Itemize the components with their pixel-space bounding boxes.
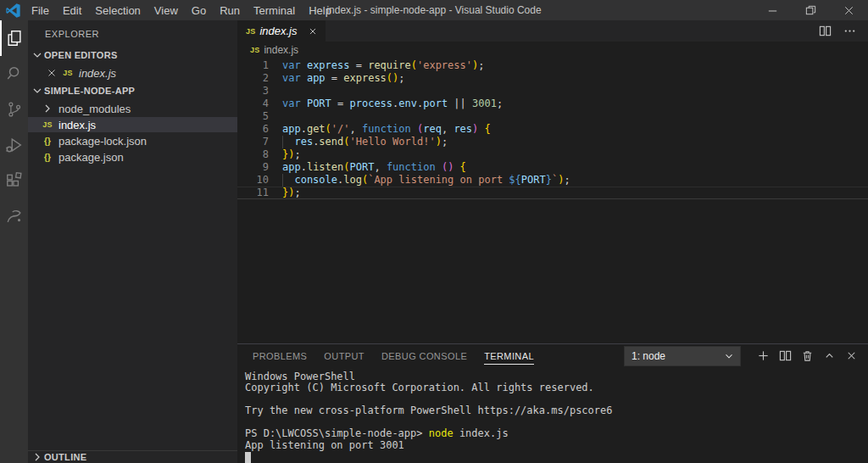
line-number[interactable]: 2 [237,72,269,85]
line-number[interactable]: 3 [237,85,269,98]
line-number[interactable]: 10 [237,174,269,187]
explorer-icon[interactable] [0,20,28,56]
custom-extension-icon[interactable] [0,198,28,234]
line-number[interactable]: 4 [237,98,269,110]
kill-terminal-icon[interactable] [801,349,814,362]
terminal-line: Windows PowerShell [245,371,868,383]
line-content: app.get('/', function (req, res) { [269,123,491,136]
sidebar-title: EXPLORER [28,20,237,46]
menu-item-edit[interactable]: Edit [56,0,88,20]
breadcrumb-item: index.js [264,44,298,56]
menu-item-run[interactable]: Run [213,0,247,20]
terminal-line: PS D:\LWCOSS\simple-node-app> node index… [245,428,868,440]
line-content [269,110,282,123]
line-number[interactable]: 5 [237,110,269,123]
menu-item-go[interactable]: Go [185,0,213,20]
panel-tabs: PROBLEMSOUTPUTDEBUG CONSOLETERMINAL [237,344,542,368]
js-icon: JS [246,27,255,36]
bottom-panel: PROBLEMSOUTPUTDEBUG CONSOLETERMINAL 1: n… [237,343,868,463]
chevron-right-icon [40,102,55,115]
file-row-package.json[interactable]: {}package.json [28,149,237,165]
outline-section-header[interactable]: OUTLINE [28,450,237,463]
js-icon: JS [40,120,55,129]
terminal-output[interactable]: Windows PowerShellCopyright (C) Microsof… [237,368,868,463]
panel-tab-output[interactable]: OUTPUT [315,344,373,368]
close-tab-icon[interactable] [307,25,319,37]
chevron-down-icon [31,48,44,62]
file-row-index.js[interactable]: JSindex.js [28,117,237,132]
line-content: var PORT = process.env.port || 3001; [269,98,503,110]
menubar: FileEditSelectionViewGoRunTerminalHelp [25,0,338,20]
editor-actions [819,20,868,42]
terminal-cursor [245,452,251,463]
extensions-icon[interactable] [0,163,28,198]
menu-item-view[interactable]: View [147,0,185,20]
folder-row-node_modules[interactable]: node_modules [28,101,237,116]
close-editor-icon[interactable] [45,67,58,79]
tab-label: index.js [259,25,297,37]
code-line-7: 7 res.send('Hello World!'); [237,136,868,148]
panel-tab-terminal[interactable]: TERMINAL [476,344,542,368]
indent-guide [282,174,294,187]
chevron-right-icon [31,450,44,463]
split-terminal-icon[interactable] [779,349,792,362]
code-line-3: 3 [237,85,868,98]
terminal-select[interactable]: 1: node [624,346,741,366]
line-number[interactable]: 9 [237,161,269,174]
open-editor-item-index.js[interactable]: JSindex.js [28,65,237,81]
search-icon[interactable] [0,56,28,92]
menu-item-file[interactable]: File [25,0,56,20]
open-editors-label: OPEN EDITORS [44,50,118,60]
close-panel-icon[interactable] [845,349,858,362]
file-label: package.json [58,151,124,164]
file-label: package-lock.json [58,135,147,148]
project-folder-header[interactable]: SIMPLE-NODE-APP [28,81,237,100]
panel-actions: 1: node [624,346,868,366]
indent-guide [282,136,294,148]
terminal-line: Copyright (C) Microsoft Corporation. All… [245,382,868,394]
code-line-8: 8}); [237,148,868,161]
terminal-line: App listening on port 3001 [245,440,868,452]
tab-index-js[interactable]: JS index.js [237,20,326,42]
menu-item-terminal[interactable]: Terminal [247,0,302,20]
line-number[interactable]: 6 [237,123,269,136]
split-editor-icon[interactable] [819,25,832,37]
new-terminal-icon[interactable] [757,349,770,362]
open-editors-header[interactable]: OPEN EDITORS [28,46,237,64]
line-number[interactable]: 7 [237,136,269,148]
open-editor-label: index.js [79,67,116,80]
maximize-panel-icon[interactable] [823,349,836,362]
chevron-down-icon [723,350,735,362]
js-icon: JS [60,69,75,77]
line-content: console.log(`App listening on port ${POR… [269,174,570,187]
line-number[interactable]: 8 [237,148,269,161]
code-line-2: 2var app = express(); [237,72,868,85]
more-actions-icon[interactable] [843,25,856,37]
code-line-10: 10 console.log(`App listening on port ${… [237,174,868,187]
line-content: }); [269,187,301,199]
vscode-logo-icon [6,3,20,18]
code-editor[interactable]: 1var express = require('express');2var a… [237,58,868,343]
close-button[interactable] [830,0,868,20]
code-line-11: 11}); [237,187,868,199]
line-content: app.listen(PORT, function () { [269,161,466,174]
breadcrumb[interactable]: JS index.js [237,42,868,58]
panel-tab-debug-console[interactable]: DEBUG CONSOLE [373,344,476,368]
line-number[interactable]: 11 [237,187,269,199]
line-number[interactable]: 1 [237,59,269,72]
menu-item-selection[interactable]: Selection [88,0,147,20]
restore-button[interactable] [792,0,830,20]
run-debug-icon[interactable] [0,127,28,163]
explorer-sidebar: EXPLORER OPEN EDITORS JSindex.js SIMPLE-… [28,20,237,463]
project-folder-label: SIMPLE-NODE-APP [44,86,135,96]
panel-tab-problems[interactable]: PROBLEMS [244,344,315,368]
file-row-package-lock.json[interactable]: {}package-lock.json [28,133,237,148]
source-control-icon[interactable] [0,92,28,127]
line-content: }); [269,148,301,161]
window-title: index.js - simple-node-app - Visual Stud… [326,0,541,20]
json-icon: {} [40,153,55,162]
line-content: res.send('Hello World!'); [269,136,448,148]
minimize-button[interactable] [754,0,792,20]
code-line-1: 1var express = require('express'); [237,59,868,72]
editor-tab-bar: JS index.js [237,20,868,42]
